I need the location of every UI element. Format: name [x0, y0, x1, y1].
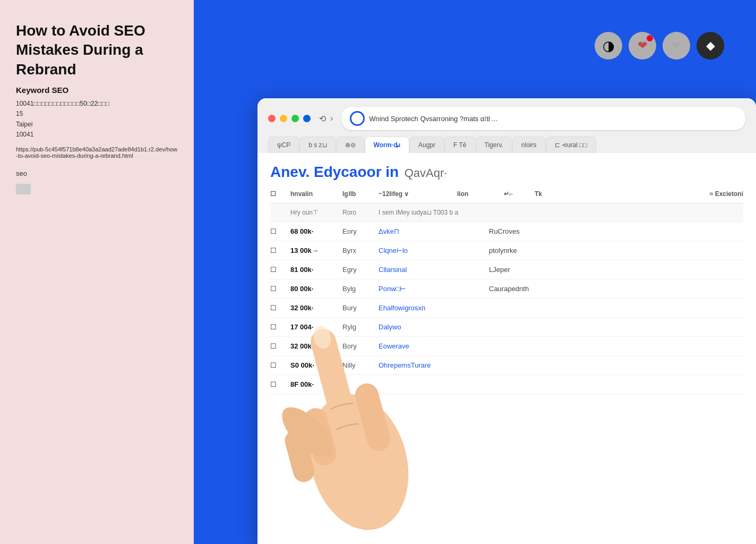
table-header: ☐ hnvalin lg⁞lb ~12lifeg ∨ lion ↵⌐ Tk ≈ …: [270, 185, 743, 203]
row-name[interactable]: OhrepemsTurare: [379, 361, 485, 369]
header-col2: lg⁞lb: [342, 190, 374, 198]
subheader-col3: I sem IMey iudya⊔ T003 b a: [379, 209, 743, 216]
top-icons: ◑ ❤ ❤ ◆: [595, 32, 724, 60]
browser-window: ⟲ › Wnind Sprotech Qvsarroning ?mats α⁞t…: [257, 98, 756, 544]
icon-circle-2[interactable]: ❤: [629, 32, 656, 60]
row-name[interactable]: Clqne⊢lo: [379, 246, 485, 254]
row-num: 81 00k·: [290, 266, 338, 274]
header-col7[interactable]: ≈ Excietoni: [571, 190, 743, 198]
nav-buttons: ⟲ ›: [319, 114, 333, 124]
tab-7[interactable]: nloirs: [512, 137, 546, 153]
browser-content: Anev. Edycaoor in QavAqr· ☐ hnvalin lg⁞l…: [257, 153, 756, 544]
tag-box: [16, 184, 31, 194]
icon-circle-1[interactable]: ◑: [595, 32, 622, 60]
tab-2[interactable]: ⊗⊘: [336, 137, 365, 153]
left-panel: How to Avoid SEO Mistakes During a Rebra…: [0, 0, 194, 544]
row-check[interactable]: ☐: [270, 361, 286, 369]
table-row[interactable]: ☐ 32 00k· Bory Eowerave: [270, 337, 743, 356]
traffic-light-green[interactable]: [291, 115, 299, 122]
row-type: Rylg: [342, 323, 374, 331]
address-bar[interactable]: Wnind Sprotech Qvsarroning ?mats α⁞tl ..…: [341, 107, 745, 130]
right-panel: ◑ ❤ ❤ ◆ ⟲ › Wnind Spro: [194, 0, 756, 544]
row-type: Bury: [342, 304, 374, 312]
table-row[interactable]: ☐ 68 00k· Eory Δvke⊓ RuCroves: [270, 222, 743, 241]
table-row[interactable]: ☐ 17 004· Rylg Dalywo: [270, 318, 743, 337]
table-row[interactable]: ☐ 80 00k· Bylg Ponw□⊢ Caurapednth: [270, 279, 743, 299]
article-title: How to Avoid SEO Mistakes During a Rebra…: [16, 21, 178, 79]
row-check[interactable]: ☐: [270, 323, 286, 331]
tab-6[interactable]: Tigerv.: [476, 137, 512, 153]
row-check[interactable]: ☐: [270, 304, 286, 312]
row-type: Bory: [342, 342, 374, 350]
address-text: Wnind Sprotech Qvsarroning ?mats α⁞tl ..…: [369, 115, 737, 123]
icon-circle-3[interactable]: ❤: [663, 32, 690, 60]
table-row[interactable]: ☐ S0 00k· Nilly OhrepemsTurare: [270, 356, 743, 375]
row-name[interactable]: Ehalfowigrosxn: [379, 304, 485, 312]
nav-back[interactable]: ⟲: [319, 114, 326, 124]
tab-4[interactable]: Augpr: [409, 137, 444, 153]
tab-0[interactable]: ψCP: [268, 137, 299, 153]
traffic-light-yellow[interactable]: [280, 115, 287, 122]
tab-1[interactable]: b s z⊔: [299, 137, 336, 153]
table-row[interactable]: ☐ 13 00k→ Byrx Clqne⊢lo ptolynrke: [270, 241, 743, 260]
row-check[interactable]: ☐: [270, 246, 286, 254]
table-row[interactable]: ☐ 8F 00k·: [270, 375, 743, 394]
header-col4: lion: [457, 190, 500, 198]
row-type: Bylg: [342, 285, 374, 293]
row-check[interactable]: ☐: [270, 285, 286, 293]
page-heading-sub: QavAqr·: [405, 166, 448, 180]
subheader-col1: Hry oun⊤: [290, 209, 338, 216]
row-check[interactable]: ☐: [270, 342, 286, 350]
nav-forward[interactable]: ›: [330, 114, 333, 123]
article-url: https://pub-5c454f571b8e40a3a2aad27ade84…: [16, 146, 178, 159]
row-desc: LJeper: [489, 266, 743, 274]
header-check: ☐: [270, 190, 286, 198]
row-desc: Caurapednth: [489, 285, 743, 293]
data-table: ☐ hnvalin lg⁞lb ~12lifeg ∨ lion ↵⌐ Tk ≈ …: [257, 185, 756, 394]
row-check[interactable]: ☐: [270, 227, 286, 235]
tab-8[interactable]: ⊏ ⊲ural □□: [546, 137, 596, 153]
subheader-col2: Roro: [342, 209, 374, 216]
row-num: 8F 00k·: [290, 380, 338, 388]
row-type: Nilly: [342, 361, 374, 369]
keyword-label: Keyword SEO: [16, 86, 178, 95]
row-num: S0 00k·: [290, 361, 338, 369]
header-col6: Tk: [535, 190, 566, 198]
row-num: 32 00k·: [290, 342, 338, 350]
tab-3[interactable]: Worm·ȡı: [365, 137, 409, 153]
traffic-light-blue[interactable]: [303, 115, 311, 122]
row-name[interactable]: Δvke⊓: [379, 227, 485, 235]
page-heading-title: Anev. Edycaoor in: [270, 164, 399, 180]
meta-text: 10041□□□□□□□□□□□□50□22□□□ 15 Taipei 1004…: [16, 99, 178, 140]
row-type: Byrx: [342, 246, 374, 254]
row-check[interactable]: ☐: [270, 266, 286, 274]
row-name[interactable]: Cllarsinal: [379, 266, 485, 274]
address-circle-icon: [350, 111, 365, 126]
table-subheader: Hry oun⊤ Roro I sem IMey iudya⊔ T003 b a: [270, 203, 743, 222]
traffic-lights: [268, 115, 311, 122]
row-check[interactable]: ☐: [270, 380, 286, 388]
row-num: 17 004·: [290, 323, 338, 331]
browser-titlebar: ⟲ › Wnind Sprotech Qvsarroning ?mats α⁞t…: [268, 107, 745, 130]
browser-chrome: ⟲ › Wnind Sprotech Qvsarroning ?mats α⁞t…: [257, 98, 756, 153]
row-desc: RuCroves: [489, 227, 743, 235]
header-col3[interactable]: ~12lifeg ∨: [379, 190, 453, 198]
row-num: 68 00k·: [290, 227, 338, 235]
icon-circle-4[interactable]: ◆: [697, 32, 724, 60]
row-num: 32 00k·: [290, 304, 338, 312]
row-name[interactable]: Ponw□⊢: [379, 285, 485, 293]
row-name[interactable]: Dalywo: [379, 323, 485, 331]
row-desc: ptolynrke: [489, 246, 743, 254]
row-num: 13 00k→: [290, 246, 338, 254]
row-num: 80 00k·: [290, 285, 338, 293]
browser-tabs: ψCP b s z⊔ ⊗⊘ Worm·ȡı Augpr F Tē Tigerv.…: [268, 137, 745, 153]
row-type: Egry: [342, 266, 374, 274]
table-row[interactable]: ☐ 32 00k· Bury Ehalfowigrosxn: [270, 299, 743, 318]
header-col5: ↵⌐: [504, 190, 530, 198]
row-name[interactable]: Eowerave: [379, 342, 485, 350]
traffic-light-red[interactable]: [268, 115, 276, 122]
tab-5[interactable]: F Tē: [444, 137, 475, 153]
header-col1: hnvalin: [290, 190, 338, 198]
tag-seo: seo: [16, 169, 178, 177]
table-row[interactable]: ☐ 81 00k· Egry Cllarsinal LJeper: [270, 260, 743, 279]
